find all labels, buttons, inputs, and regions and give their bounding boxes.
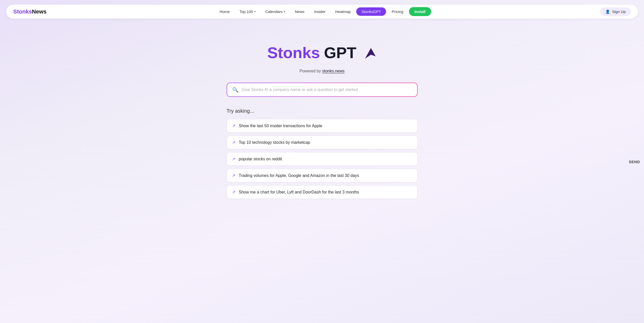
svg-marker-0 <box>365 48 376 59</box>
stonks-news-link[interactable]: stonks.news <box>322 69 345 73</box>
suggestion-item[interactable]: ↗ Show me a chart for Uber, Lyft and Doo… <box>227 185 418 199</box>
arrow-icon: ↗ <box>232 123 235 128</box>
nav-stonksgpt[interactable]: StonksGPT <box>356 7 386 16</box>
try-asking-section: Try asking... ↗ Show the last 50 insider… <box>227 108 418 199</box>
arrow-icon: ↗ <box>232 140 235 145</box>
nav-heatmap[interactable]: Heatmap <box>331 7 355 16</box>
main-content: Stonks GPT Powered by stonks.news 🔍 SEND… <box>0 23 644 199</box>
nav-top100[interactable]: Top 100 ▾ <box>235 7 259 16</box>
hero-gpt-text: GPT <box>324 44 356 62</box>
nav-news[interactable]: News <box>291 7 309 16</box>
suggestion-item[interactable]: ↗ Show the last 50 insider transactions … <box>227 119 418 133</box>
nav-calendars[interactable]: Calendars ▾ <box>261 7 289 16</box>
suggestion-text: Show me a chart for Uber, Lyft and DoorD… <box>239 190 359 195</box>
suggestion-item[interactable]: ↗ popular stocks on reddit <box>227 152 418 166</box>
search-input[interactable] <box>242 87 412 92</box>
try-asking-title: Try asking... <box>227 108 418 114</box>
search-inner: 🔍 SEND <box>227 83 417 96</box>
suggestion-text: Top 10 technology stocks by marketcap <box>239 140 310 145</box>
arrow-icon: ↗ <box>232 173 235 178</box>
suggestion-text: Trading volumes for Apple, Google and Am… <box>239 173 359 178</box>
suggestion-text: Show the last 50 insider transactions fo… <box>239 124 322 128</box>
search-icon: 🔍 <box>232 87 239 93</box>
suggestion-item[interactable]: ↗ Trading volumes for Apple, Google and … <box>227 169 418 182</box>
suggestion-list: ↗ Show the last 50 insider transactions … <box>227 119 418 199</box>
search-wrapper: 🔍 SEND <box>227 83 418 97</box>
nav-insider[interactable]: Insider <box>310 7 330 16</box>
arrow-icon: ↗ <box>232 190 235 195</box>
brand-news: News <box>32 8 46 15</box>
arrow-icon: ↗ <box>232 157 235 161</box>
brand-stonks: Stonks <box>13 8 32 15</box>
powered-by-text: Powered by stonks.news <box>299 69 345 73</box>
suggestion-item[interactable]: ↗ Top 10 technology stocks by marketcap <box>227 136 418 149</box>
nav-links: Home Top 100 ▾ Calendars ▾ News Insider … <box>215 7 431 16</box>
user-icon: 👤 <box>605 9 610 14</box>
hero-title: Stonks GPT <box>267 44 377 62</box>
brand-logo[interactable]: StonksNews <box>13 8 47 15</box>
suggestion-text: popular stocks on reddit <box>239 157 282 161</box>
install-button[interactable]: Install <box>409 7 431 16</box>
nav-right: 👤 Sign Up <box>600 7 631 16</box>
top100-chevron-icon: ▾ <box>254 10 256 13</box>
signup-label: Sign Up <box>612 9 626 14</box>
nav-pricing[interactable]: Pricing <box>388 7 407 16</box>
hero-logo-icon <box>363 46 377 60</box>
hero-stonks-text: Stonks <box>267 44 320 62</box>
calendars-chevron-icon: ▾ <box>284 10 285 13</box>
signup-button[interactable]: 👤 Sign Up <box>600 7 631 16</box>
send-button[interactable]: SEND <box>629 159 640 164</box>
navbar: StonksNews Home Top 100 ▾ Calendars ▾ Ne… <box>6 5 638 19</box>
nav-home[interactable]: Home <box>215 7 234 16</box>
